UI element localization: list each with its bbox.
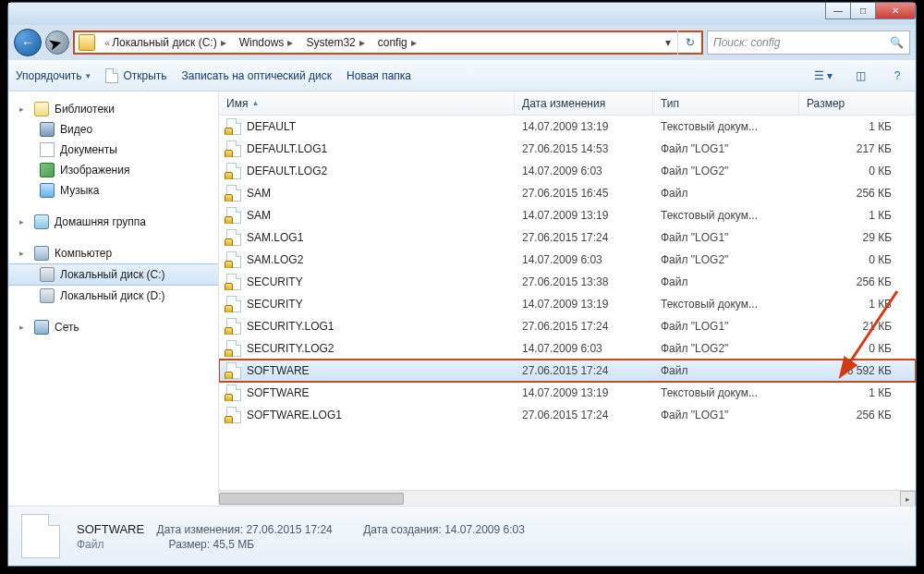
drive-icon — [40, 267, 55, 282]
col-name[interactable]: Имя▲ — [219, 92, 515, 115]
close-button[interactable]: ✕ — [875, 3, 916, 19]
file-row[interactable]: SOFTWARE.LOG127.06.2015 17:24Файл "LOG1"… — [219, 404, 916, 426]
file-name: SOFTWARE — [247, 364, 310, 377]
cell-size: 256 КБ — [799, 409, 899, 421]
cell-type: Текстовый докум... — [653, 386, 799, 399]
burn-button[interactable]: Записать на оптический диск — [182, 69, 333, 82]
minimize-button[interactable]: — — [825, 3, 851, 19]
sidebar-item-documents[interactable]: Документы — [8, 140, 218, 160]
file-row[interactable]: SAM.LOG127.06.2015 17:24Файл "LOG1"29 КБ — [219, 226, 916, 249]
cell-name: SECURITY.LOG2 — [219, 340, 515, 357]
file-row[interactable]: SAM27.06.2015 16:45Файл256 КБ — [219, 182, 916, 204]
cell-name: SOFTWARE — [219, 385, 515, 401]
file-row[interactable]: SECURITY14.07.2009 13:19Текстовый докум.… — [219, 293, 916, 315]
cell-name: DEFAULT.LOG1 — [219, 140, 515, 157]
cell-name: SAM.LOG1 — [219, 229, 515, 246]
col-size[interactable]: Размер — [799, 92, 916, 115]
crumb-0[interactable]: Локальный диск (C:)▸ — [107, 32, 235, 53]
breadcrumb[interactable]: « Локальный диск (C:)▸ Windows▸ System32… — [73, 31, 703, 55]
sidebar-item-homegroup[interactable]: ▸Домашняя группа — [8, 212, 218, 232]
help-button[interactable]: ? — [886, 67, 908, 85]
sidebar-item-drive-c[interactable]: Локальный диск (C:) — [8, 263, 218, 286]
lock-icon — [225, 172, 233, 179]
col-date[interactable]: Дата изменения — [515, 92, 653, 115]
cell-size: 29 КБ — [799, 231, 899, 244]
cell-name: SOFTWARE — [219, 362, 515, 379]
video-icon — [40, 122, 55, 137]
cell-size: 0 КБ — [799, 342, 899, 355]
sidebar-item-drive-d[interactable]: Локальный диск (D:) — [8, 286, 218, 306]
horizontal-scrollbar[interactable]: ▸ — [219, 490, 916, 506]
details-mod-value: 27.06.2015 17:24 — [246, 523, 332, 536]
back-button[interactable]: ← — [14, 29, 42, 56]
file-row[interactable]: DEFAULT14.07.2009 13:19Текстовый докум..… — [219, 116, 916, 138]
music-icon — [40, 183, 55, 198]
view-menu[interactable]: ☰ ▾ — [812, 67, 834, 85]
column-headers: Имя▲ Дата изменения Тип Размер — [219, 92, 916, 116]
toolbar: Упорядочить Открыть Записать на оптическ… — [8, 60, 916, 92]
file-row[interactable]: SAM.LOG214.07.2009 6:03Файл "LOG2"0 КБ — [219, 249, 916, 271]
file-rows[interactable]: DEFAULT14.07.2009 13:19Текстовый докум..… — [219, 116, 916, 490]
cell-size: 256 КБ — [799, 187, 899, 200]
file-row[interactable]: SAM14.07.2009 13:19Текстовый докум...1 К… — [219, 204, 916, 226]
forward-button[interactable]: → — [45, 31, 69, 55]
cell-type: Файл "LOG1" — [653, 409, 799, 421]
sidebar-item-network[interactable]: ▸Сеть — [8, 317, 218, 337]
sidebar-item-music[interactable]: Музыка — [8, 180, 218, 201]
sort-asc-icon: ▲ — [251, 99, 259, 107]
file-icon — [226, 251, 241, 268]
sidebar-item-images[interactable]: Изображения — [8, 160, 218, 180]
maximize-button[interactable]: □ — [850, 3, 876, 19]
sidebar-label: Документы — [60, 143, 117, 156]
lock-icon — [225, 216, 233, 224]
breadcrumb-dropdown[interactable]: ▾ — [659, 36, 677, 49]
cell-type: Файл "LOG2" — [653, 342, 799, 355]
cell-date: 27.06.2015 17:24 — [515, 231, 653, 244]
newfolder-label: Новая папка — [346, 69, 411, 82]
file-icon — [226, 207, 241, 224]
file-icon — [226, 385, 241, 401]
drive-icon — [40, 288, 55, 303]
sidebar-item-computer[interactable]: ▸Компьютер — [8, 243, 218, 263]
col-label: Имя — [226, 97, 248, 110]
file-row[interactable]: SECURITY.LOG214.07.2009 6:03Файл "LOG2"0… — [219, 337, 916, 360]
details-size-value: 45,5 МБ — [213, 538, 254, 551]
file-row[interactable]: DEFAULT.LOG127.06.2015 14:53Файл "LOG1"2… — [219, 138, 916, 160]
lock-icon — [225, 349, 233, 357]
organize-menu[interactable]: Упорядочить — [16, 69, 91, 82]
new-folder-button[interactable]: Новая папка — [346, 69, 411, 82]
preview-pane-button[interactable]: ◫ — [849, 67, 871, 85]
file-name: SECURITY.LOG1 — [247, 320, 334, 333]
file-row[interactable]: SOFTWARE27.06.2015 17:24Файл46 592 КБ — [219, 360, 916, 382]
sidebar-label: Домашняя группа — [55, 215, 146, 228]
search-input[interactable]: Поиск: config 🔍 — [707, 31, 910, 55]
file-row[interactable]: SECURITY.LOG127.06.2015 17:24Файл "LOG1"… — [219, 315, 916, 337]
scroll-right-button[interactable]: ▸ — [900, 491, 916, 506]
cell-type: Файл "LOG2" — [653, 253, 799, 266]
crumb-2[interactable]: System32▸ — [301, 32, 372, 53]
file-name: SAM — [247, 187, 271, 200]
lock-icon — [225, 305, 233, 312]
cell-type: Файл "LOG1" — [653, 142, 799, 155]
sidebar-item-libraries[interactable]: ▸Библиотеки — [8, 99, 218, 119]
cell-name: DEFAULT — [219, 118, 515, 135]
cell-date: 14.07.2009 13:19 — [515, 386, 653, 399]
scrollbar-thumb[interactable] — [219, 493, 404, 505]
file-row[interactable]: DEFAULT.LOG214.07.2009 6:03Файл "LOG2"0 … — [219, 160, 916, 182]
sidebar-item-video[interactable]: Видео — [8, 119, 218, 140]
cell-date: 14.07.2009 6:03 — [515, 253, 653, 266]
cell-date: 27.06.2015 17:24 — [515, 320, 653, 333]
refresh-button[interactable]: ↻ — [677, 31, 701, 55]
cell-size: 1 КБ — [799, 298, 899, 311]
cell-date: 14.07.2009 6:03 — [515, 342, 653, 355]
crumb-3[interactable]: config▸ — [373, 32, 425, 53]
col-type[interactable]: Тип — [653, 92, 799, 115]
cell-name: SECURITY — [219, 296, 515, 312]
chevron-icon: ▸ — [217, 36, 230, 49]
breadcrumb-overflow[interactable]: « — [99, 37, 107, 48]
file-row[interactable]: SOFTWARE14.07.2009 13:19Текстовый докум.… — [219, 382, 916, 404]
open-button[interactable]: Открыть — [105, 68, 166, 83]
crumb-1[interactable]: Windows▸ — [235, 32, 302, 53]
file-row[interactable]: SECURITY27.06.2015 13:38Файл256 КБ — [219, 271, 916, 293]
cell-size: 1 КБ — [799, 209, 899, 222]
